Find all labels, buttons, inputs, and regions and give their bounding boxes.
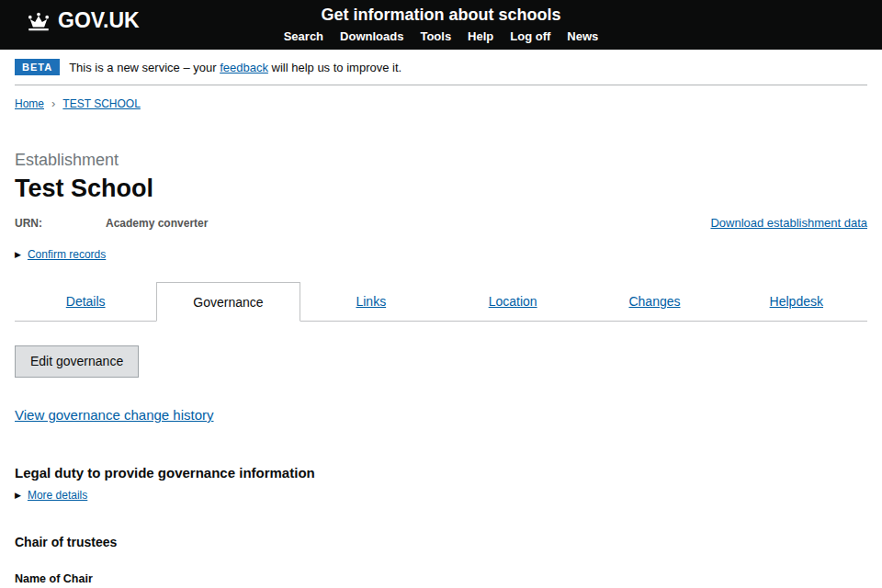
tab-details[interactable]: Details <box>15 282 156 321</box>
governance-change-history-link[interactable]: View governance change history <box>15 407 214 423</box>
tab-helpdesk[interactable]: Helpdesk <box>726 282 867 321</box>
crown-icon <box>26 10 51 31</box>
establishment-type: Academy converter <box>106 217 208 230</box>
govuk-logo[interactable]: GOV.UK <box>26 8 140 33</box>
tab-governance[interactable]: Governance <box>156 282 300 322</box>
nav-news[interactable]: News <box>567 29 598 43</box>
download-establishment-data-link[interactable]: Download establishment data <box>710 216 867 230</box>
beta-text-after: will help us to improve it. <box>268 61 401 74</box>
nav-logoff[interactable]: Log off <box>510 29 550 43</box>
beta-banner: BETA This is a new service – your feedba… <box>15 50 867 85</box>
chair-of-trustees-heading: Chair of trustees <box>15 535 867 549</box>
govuk-logo-text: GOV.UK <box>58 8 140 33</box>
tab-location[interactable]: Location <box>442 282 583 321</box>
beta-text: This is a new service – your feedback wi… <box>69 61 401 74</box>
confirm-records-label: Confirm records <box>28 248 106 261</box>
urn-label: URN: <box>15 217 106 230</box>
tab-bar: Details Governance Links Location Change… <box>15 282 867 322</box>
breadcrumb: Home › TEST SCHOOL <box>15 96 867 110</box>
breadcrumb-home[interactable]: Home <box>15 97 44 110</box>
more-details-expander[interactable]: ▶ More details <box>15 489 87 502</box>
feedback-link[interactable]: feedback <box>220 61 268 74</box>
nav-search[interactable]: Search <box>284 29 323 43</box>
expander-arrow-icon: ▶ <box>15 250 21 259</box>
breadcrumb-separator-icon: › <box>51 96 55 110</box>
establishment-meta-row: URN: Academy converter Download establis… <box>15 216 867 230</box>
header: GOV.UK Get information about schools Sea… <box>0 0 882 50</box>
beta-badge: BETA <box>15 59 60 75</box>
name-of-chair-heading: Name of Chair <box>15 572 867 585</box>
more-details-label: More details <box>28 489 87 502</box>
edit-governance-button[interactable]: Edit governance <box>15 345 139 378</box>
nav-downloads[interactable]: Downloads <box>340 29 403 43</box>
main-content: Home › TEST SCHOOL Establishment Test Sc… <box>0 96 882 588</box>
page-title: Test School <box>15 175 867 203</box>
chair-record: Name of Chair GID: 1016645 Appointed by:… <box>15 572 867 588</box>
expander-arrow-icon: ▶ <box>15 491 21 500</box>
tab-links[interactable]: Links <box>300 282 442 321</box>
legal-duty-heading: Legal duty to provide governance informa… <box>15 465 867 481</box>
establishment-caption: Establishment <box>15 151 867 170</box>
beta-text-before: This is a new service – your <box>69 61 220 74</box>
confirm-records-expander[interactable]: ▶ Confirm records <box>15 248 106 261</box>
tab-changes[interactable]: Changes <box>583 282 725 321</box>
breadcrumb-test-school[interactable]: TEST SCHOOL <box>62 97 140 110</box>
nav-tools[interactable]: Tools <box>420 29 451 43</box>
nav-help[interactable]: Help <box>468 29 493 43</box>
